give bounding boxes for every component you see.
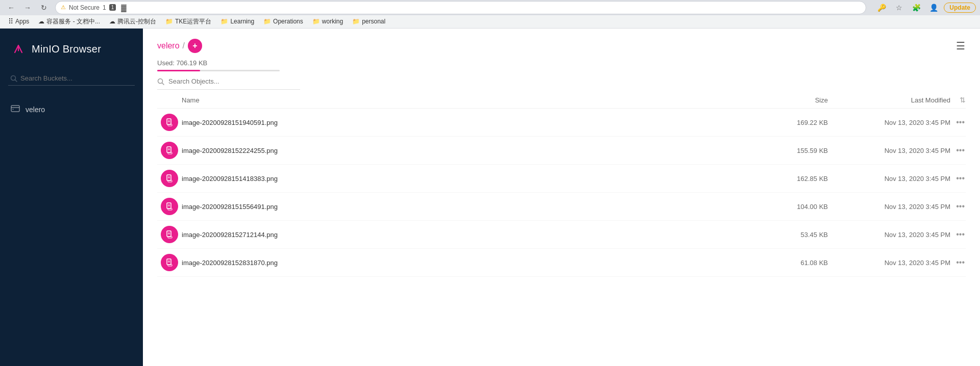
update-button[interactable]: Update xyxy=(944,3,976,13)
bookmark-star-icon[interactable]: ☆ xyxy=(892,1,906,15)
file-more-button[interactable]: ••• xyxy=(955,145,966,156)
file-actions[interactable]: ••• xyxy=(950,117,966,128)
table-row[interactable]: image-20200928152224255.png 155.59 KB No… xyxy=(157,137,966,165)
bookmark-personal-label: personal xyxy=(362,18,385,25)
file-actions[interactable]: ••• xyxy=(950,201,966,212)
folder-icon-operations: 📁 xyxy=(263,18,271,25)
browser-titlebar: ← → ↻ ⚠ Not Secure 1 1 ▓ 🔑 ☆ 🧩 👤 Update xyxy=(0,0,980,15)
key-icon[interactable]: 🔑 xyxy=(874,1,889,15)
table-row[interactable]: image-20200928151418383.png 162.85 KB No… xyxy=(157,165,966,193)
apps-grid-icon: ⠿ xyxy=(8,17,13,25)
app-title: MinIO Browser xyxy=(32,43,101,55)
file-size: 61.08 KB xyxy=(746,259,828,267)
search-buckets-wrap xyxy=(8,71,135,86)
file-size: 104.00 KB xyxy=(746,203,828,211)
svg-rect-27 xyxy=(168,265,172,266)
table-row[interactable]: image-20200928152712144.png 53.45 KB Nov… xyxy=(157,221,966,249)
file-more-button[interactable]: ••• xyxy=(955,201,966,212)
bookmark-learning-label: Learning xyxy=(230,18,254,25)
file-name: image-20200928152831870.png xyxy=(182,259,746,267)
menu-icon[interactable]: ☰ xyxy=(956,40,966,52)
file-modified: Nov 13, 2020 3:45 PM xyxy=(828,147,950,154)
file-more-button[interactable]: ••• xyxy=(955,173,966,184)
bookmark-working[interactable]: 📁 working xyxy=(308,17,347,26)
file-modified: Nov 13, 2020 3:45 PM xyxy=(828,259,950,267)
col-header-name: Name xyxy=(182,96,746,104)
bookmark-operations[interactable]: 📁 Operations xyxy=(259,17,307,26)
file-icon-circle xyxy=(161,170,178,187)
file-table: Name Size Last Modified ⇅ image-20200928… xyxy=(143,90,980,366)
file-more-button[interactable]: ••• xyxy=(955,117,966,128)
table-row[interactable]: image-20200928152831870.png 61.08 KB Nov… xyxy=(157,249,966,277)
sidebar-buckets-list: velero xyxy=(0,94,143,366)
file-actions[interactable]: ••• xyxy=(950,229,966,240)
sidebar-logo: MinIO Browser xyxy=(0,29,143,67)
table-row[interactable]: image-20200928151556491.png 104.00 KB No… xyxy=(157,193,966,221)
file-size: 53.45 KB xyxy=(746,231,828,239)
bookmark-apps[interactable]: ⠿ Apps xyxy=(4,16,33,27)
browser-chrome: ← → ↻ ⚠ Not Secure 1 1 ▓ 🔑 ☆ 🧩 👤 Update … xyxy=(0,0,980,29)
table-row[interactable]: image-20200928151940591.png 169.22 KB No… xyxy=(157,109,966,137)
file-icon-circle xyxy=(161,226,178,243)
table-header: Name Size Last Modified ⇅ xyxy=(157,90,966,109)
back-button[interactable]: ← xyxy=(4,1,18,15)
file-more-button[interactable]: ••• xyxy=(955,229,966,240)
file-size: 155.59 KB xyxy=(746,147,828,154)
svg-rect-15 xyxy=(168,180,172,182)
bookmark-working-label: working xyxy=(322,18,343,25)
col-header-size: Size xyxy=(746,96,828,104)
file-size: 169.22 KB xyxy=(746,119,828,126)
sort-icon[interactable]: ⇅ xyxy=(960,96,966,104)
main-content: velero / + ☰ Used: 706.19 KB xyxy=(143,29,980,366)
bookmark-rong-cloud[interactable]: ☁ 容器服务 - 文档中... xyxy=(34,16,104,27)
forward-button[interactable]: → xyxy=(20,1,35,15)
add-folder-button[interactable]: + xyxy=(188,39,202,53)
refresh-button[interactable]: ↻ xyxy=(37,1,51,15)
app-container: MinIO Browser velero xyxy=(0,29,980,366)
breadcrumb-bucket-link[interactable]: velero xyxy=(157,41,180,50)
file-icon-wrap xyxy=(157,226,182,243)
search-buckets-input[interactable] xyxy=(8,71,135,86)
file-icon-wrap xyxy=(157,142,182,159)
svg-rect-19 xyxy=(168,208,172,210)
extensions-icon[interactable]: 🧩 xyxy=(909,1,923,15)
svg-rect-11 xyxy=(168,152,172,154)
file-more-button[interactable]: ••• xyxy=(955,257,966,268)
search-objects-wrap xyxy=(157,77,300,90)
svg-rect-2 xyxy=(11,106,19,112)
file-rows: image-20200928151940591.png 169.22 KB No… xyxy=(157,109,966,277)
col-header-modified: Last Modified xyxy=(828,96,950,104)
bookmark-apps-label: Apps xyxy=(15,18,29,25)
security-label: Not Secure xyxy=(69,4,100,11)
bucket-drive-icon xyxy=(10,103,20,116)
sidebar: MinIO Browser velero xyxy=(0,29,143,366)
svg-rect-7 xyxy=(168,124,172,126)
address-bar[interactable]: ⚠ Not Secure 1 1 ▓ xyxy=(55,1,866,14)
bookmark-tencent-cloud[interactable]: ☁ 腾讯云-控制台 xyxy=(105,16,160,27)
usage-bar-section: Used: 706.19 KB xyxy=(143,53,980,71)
breadcrumb-separator: / xyxy=(183,41,185,50)
cloud-icon-1: ☁ xyxy=(38,18,44,25)
folder-icon-working: 📁 xyxy=(312,18,320,25)
file-actions[interactable]: ••• xyxy=(950,257,966,268)
svg-rect-23 xyxy=(168,237,172,238)
bookmark-rong-cloud-label: 容器服务 - 文档中... xyxy=(46,17,100,26)
file-icon-wrap xyxy=(157,114,182,131)
file-actions[interactable]: ••• xyxy=(950,173,966,184)
file-name: image-20200928152224255.png xyxy=(182,147,746,154)
sidebar-item-velero[interactable]: velero xyxy=(0,98,143,121)
bookmark-tke[interactable]: 📁 TKE运营平台 xyxy=(161,16,215,27)
search-objects-input[interactable] xyxy=(168,77,271,85)
file-icon-circle xyxy=(161,114,178,131)
file-name: image-20200928151556491.png xyxy=(182,203,746,211)
bookmark-personal[interactable]: 📁 personal xyxy=(348,17,389,26)
file-actions[interactable]: ••• xyxy=(950,145,966,156)
extension-icon: ▓ xyxy=(121,4,126,12)
file-size: 162.85 KB xyxy=(746,175,828,182)
browser-nav-buttons: ← → ↻ xyxy=(4,1,51,15)
file-name: image-20200928151940591.png xyxy=(182,119,746,126)
bookmark-learning[interactable]: 📁 Learning xyxy=(216,17,258,26)
file-modified: Nov 13, 2020 3:45 PM xyxy=(828,231,950,239)
profile-icon[interactable]: 👤 xyxy=(926,1,941,15)
file-name: image-20200928152712144.png xyxy=(182,231,746,239)
